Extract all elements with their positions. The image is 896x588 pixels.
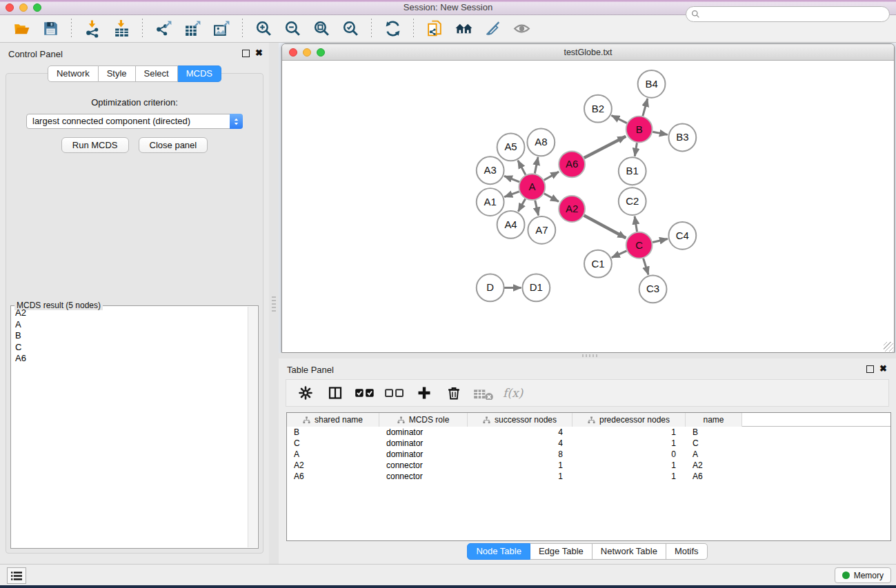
edge-C-C4[interactable] [653, 239, 668, 243]
edge-A-A4[interactable] [518, 199, 525, 211]
search-input[interactable] [700, 8, 889, 21]
node-C1[interactable]: C1 [584, 250, 612, 278]
window-resize-grip[interactable] [884, 342, 893, 352]
edge-A-A7[interactable] [535, 201, 539, 216]
criterion-dropdown[interactable]: largest connected component (directed) [26, 114, 243, 129]
table-row[interactable]: A6connector11A6 [287, 471, 890, 482]
zoom-in-button[interactable] [252, 18, 275, 40]
memory-button[interactable]: Memory [835, 567, 891, 583]
import-table-button[interactable] [110, 18, 132, 40]
search-field[interactable] [686, 6, 890, 22]
edge-B-B2[interactable] [612, 115, 627, 123]
mcds-result-scrollbar[interactable] [248, 307, 257, 547]
delete-table-button[interactable] [473, 383, 494, 403]
node-C2[interactable]: C2 [619, 187, 646, 215]
tab-edge-table[interactable]: Edge Table [530, 543, 593, 560]
node-A3[interactable]: A3 [477, 156, 504, 184]
node-C[interactable]: C [626, 232, 653, 258]
node-B2[interactable]: B2 [584, 95, 612, 123]
delete-entry-button[interactable] [444, 383, 464, 403]
close-table-panel-icon[interactable]: ✖ [879, 363, 887, 374]
tab-node-table[interactable]: Node Table [467, 543, 530, 560]
zoom-selected-button[interactable] [339, 18, 361, 40]
node-D1[interactable]: D1 [522, 274, 550, 302]
select-all-button[interactable] [355, 383, 375, 403]
column-header-shared-name[interactable]: shared name [287, 413, 379, 427]
zoom-fit-button[interactable] [310, 18, 332, 40]
vertical-splitter[interactable] [269, 43, 279, 564]
edge-A-A2[interactable] [544, 194, 559, 202]
mcds-result-item[interactable]: B [12, 330, 247, 342]
table-row[interactable]: Adominator80A [287, 449, 890, 460]
export-image-button[interactable] [210, 18, 232, 40]
node-C3[interactable]: C3 [639, 276, 667, 303]
zoom-out-button[interactable] [281, 18, 303, 40]
node-A4[interactable]: A4 [497, 211, 525, 239]
column-header-MCDS-role[interactable]: MCDS role [379, 413, 468, 427]
node-C4[interactable]: C4 [668, 222, 696, 250]
annotation-mode-button[interactable] [481, 18, 504, 40]
node-B3[interactable]: B3 [668, 124, 696, 152]
tab-style[interactable]: Style [99, 65, 136, 82]
toggle-columns-button[interactable] [325, 383, 346, 403]
mcds-result-item[interactable]: C [12, 342, 247, 354]
table-settings-button[interactable] [295, 383, 316, 403]
node-B[interactable]: B [626, 116, 653, 143]
float-panel-icon[interactable] [242, 50, 250, 57]
edge-C-C3[interactable] [644, 258, 648, 275]
network-graph[interactable]: B4B2BB3A5A8A6A3B1AA1C2A2A4A7C4CC1C3DD1 [282, 61, 894, 352]
tab-network[interactable]: Network [48, 65, 99, 82]
edge-B-B3[interactable] [653, 132, 668, 134]
node-A6[interactable]: A6 [559, 151, 585, 177]
new-network-from-selection-button[interactable] [424, 18, 446, 40]
show-hide-button[interactable] [510, 18, 532, 40]
node-A7[interactable]: A7 [528, 216, 555, 244]
close-panel-button[interactable]: Close panel [139, 137, 208, 153]
column-header-successor-nodes[interactable]: successor nodes [468, 413, 573, 427]
edge-A-A6[interactable] [544, 172, 559, 180]
column-header-name[interactable]: name [686, 413, 742, 427]
export-network-button[interactable] [152, 18, 175, 40]
horizontal-splitter[interactable] [279, 353, 896, 358]
column-header-predecessor-nodes[interactable]: predecessor nodes [573, 413, 686, 427]
save-session-button[interactable] [39, 18, 61, 40]
open-session-button[interactable] [10, 18, 32, 40]
network-canvas[interactable]: B4B2BB3A5A8A6A3B1AA1C2A2A4A7C4CC1C3DD1 [282, 61, 894, 352]
apply-layout-button[interactable] [381, 18, 404, 40]
network-window-titlebar[interactable]: testGlobe.txt [282, 44, 894, 61]
node-A2[interactable]: A2 [559, 196, 585, 222]
deselect-all-button[interactable] [384, 383, 405, 403]
tab-mcds[interactable]: MCDS [178, 65, 221, 82]
table-row[interactable]: Bdominator41B [287, 427, 890, 438]
tab-select[interactable]: Select [136, 65, 178, 82]
node-A8[interactable]: A8 [527, 129, 555, 156]
node-A5[interactable]: A5 [497, 134, 525, 161]
task-history-button[interactable] [7, 567, 26, 584]
node-B4[interactable]: B4 [638, 70, 666, 98]
edge-A2-C[interactable] [584, 215, 626, 238]
import-network-button[interactable] [81, 18, 103, 40]
table-row[interactable]: A2connector11A2 [287, 460, 890, 471]
add-entry-button[interactable] [414, 383, 435, 403]
function-builder-button[interactable]: f(x) [503, 386, 523, 400]
edge-C-C2[interactable] [635, 216, 637, 232]
edge-C-C1[interactable] [612, 251, 627, 258]
mcds-result-item[interactable]: A2 [12, 307, 247, 319]
run-mcds-button[interactable]: Run MCDS [61, 137, 129, 153]
node-A[interactable]: A [519, 174, 545, 200]
tab-network-table[interactable]: Network Table [593, 543, 666, 560]
edge-A-A3[interactable] [504, 176, 519, 182]
edge-B-B1[interactable] [635, 143, 637, 156]
table-row[interactable]: Cdominator41C [287, 438, 890, 449]
node-A1[interactable]: A1 [477, 188, 504, 216]
edge-A-A5[interactable] [518, 161, 526, 175]
float-table-panel-icon[interactable] [866, 365, 874, 373]
welcome-screen-button[interactable] [452, 18, 475, 40]
edge-B-B4[interactable] [643, 99, 648, 116]
export-table-button[interactable] [181, 18, 203, 40]
mcds-result-item[interactable]: A [12, 319, 247, 331]
edge-A-A1[interactable] [504, 192, 519, 197]
tab-motifs[interactable]: Motifs [666, 543, 708, 560]
edge-A6-B[interactable] [584, 136, 626, 158]
close-panel-icon[interactable]: ✖ [255, 48, 263, 59]
